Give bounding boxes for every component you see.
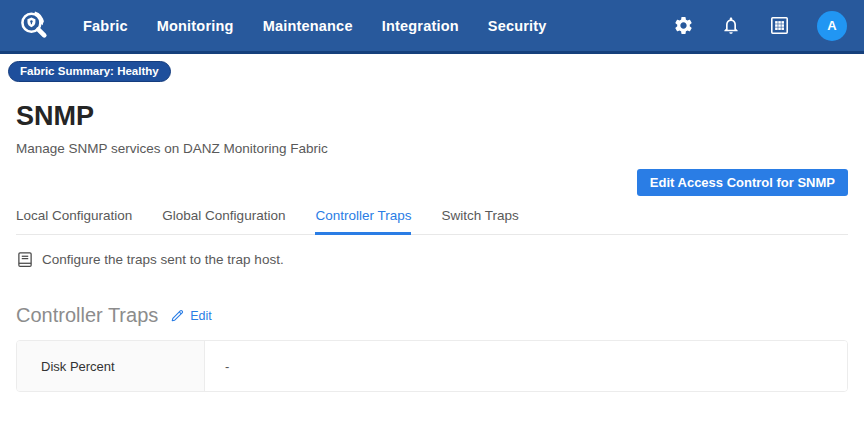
notifications-bell-icon[interactable] [721,15,742,36]
edit-access-control-button[interactable]: Edit Access Control for SNMP [637,169,848,196]
badge-row: Fabric Summary: Healthy [0,54,864,82]
main-content: SNMP Manage SNMP services on DANZ Monito… [0,101,864,392]
user-avatar[interactable]: A [817,11,847,41]
row-label-disk-percent: Disk Percent [17,341,205,391]
book-icon [16,250,34,269]
nav-item-fabric[interactable]: Fabric [83,18,128,34]
top-navbar: Fabric Monitoring Maintenance Integratio… [0,0,864,54]
nav-item-monitoring[interactable]: Monitoring [157,18,234,34]
snmp-tabs: Local Configuration Global Configuration… [16,208,848,235]
tab-controller-traps[interactable]: Controller Traps [315,208,411,235]
table-row: Disk Percent - [17,341,847,391]
navbar-right-controls: A [673,11,847,41]
tab-global-configuration[interactable]: Global Configuration [162,208,285,235]
controller-traps-table: Disk Percent - [16,340,848,392]
tab-local-configuration[interactable]: Local Configuration [16,208,132,235]
row-value-disk-percent: - [205,341,847,391]
section-title: Controller Traps [16,304,158,327]
edit-link-label: Edit [190,309,212,323]
page-title: SNMP [16,101,848,132]
settings-gear-icon[interactable] [673,15,694,36]
pencil-icon [170,308,185,323]
tab-switch-traps[interactable]: Switch Traps [441,208,518,235]
edit-controller-traps-link[interactable]: Edit [170,308,212,323]
nav-item-maintenance[interactable]: Maintenance [263,18,353,34]
fabric-search-shield-logo-icon[interactable] [16,7,52,45]
nav-item-integration[interactable]: Integration [382,18,459,34]
info-note: Configure the traps sent to the trap hos… [16,250,848,269]
action-row: Edit Access Control for SNMP [16,169,848,196]
fabric-summary-status-badge[interactable]: Fabric Summary: Healthy [8,61,171,82]
info-note-text: Configure the traps sent to the trap hos… [42,252,284,267]
main-nav: Fabric Monitoring Maintenance Integratio… [83,18,547,34]
page-subtitle: Manage SNMP services on DANZ Monitoring … [16,141,848,156]
nav-item-security[interactable]: Security [488,18,547,34]
controller-traps-section-head: Controller Traps Edit [16,304,848,327]
apps-grid-icon[interactable] [769,15,790,36]
